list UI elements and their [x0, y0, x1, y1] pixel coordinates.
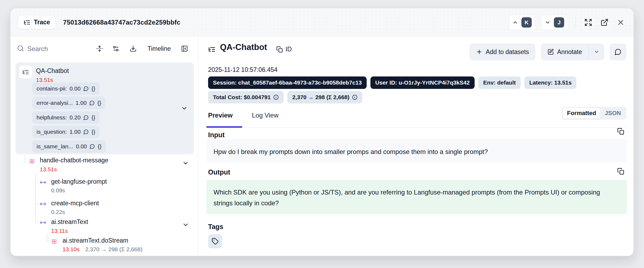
tree-connector: [25, 162, 28, 162]
score-meta: {}: [98, 143, 101, 150]
next-trace-button[interactable]: J: [541, 15, 568, 30]
chevron-down-icon[interactable]: [182, 160, 189, 167]
key-badge-j: J: [554, 17, 564, 28]
search-icon: [17, 45, 24, 52]
view-settings-icon[interactable]: [112, 45, 119, 52]
format-toggle-formatted[interactable]: Formatted: [563, 108, 601, 119]
score-value: 1.00: [70, 129, 81, 135]
trace-tree-icon: [24, 19, 31, 26]
chevron-down-icon: [545, 19, 551, 25]
tree-node-label[interactable]: ai.streamText: [51, 218, 88, 226]
page: Trace 75013d62668a43747ac73cd2e259bbfc K…: [0, 0, 644, 268]
score-badge[interactable]: contains-pii: 0.00 {}: [32, 82, 100, 95]
chevron-down-icon[interactable]: [182, 221, 189, 228]
open-in-new-tab-button[interactable]: [599, 17, 610, 28]
span-icon: [40, 201, 46, 207]
total-cost-badge[interactable]: Total Cost: $0.004791: [208, 91, 284, 103]
token-usage-label: 2,370 → 298 (Σ 2,668): [292, 94, 349, 100]
collapse-panel-icon[interactable]: [181, 45, 188, 52]
user-id-badge[interactable]: User ID: u-O1rJy-YrtNCP4i7q3kS42: [370, 76, 475, 89]
tree-node-label[interactable]: create-mcp-client: [51, 200, 99, 207]
tree-connector: [25, 155, 25, 162]
session-badge[interactable]: Session: chat_60587aef-6baa-4973-a73c-b9…: [208, 76, 367, 89]
tree-node-duration: 13.51s: [40, 166, 57, 173]
trace-chip: Trace: [18, 16, 55, 29]
score-name: is_same_lan...: [37, 143, 73, 150]
chevron-down-icon[interactable]: [181, 105, 188, 112]
score-value: 0.00: [70, 85, 81, 92]
tree-node-label: QA-Chatbot: [36, 67, 69, 75]
annotate-button[interactable]: Annotate: [541, 43, 589, 60]
id-label: ID: [285, 46, 292, 53]
tree-connector: [35, 174, 36, 222]
tree-connector: [35, 204, 39, 205]
badge-row-1: Session: chat_60587aef-6baa-4973-a73c-b9…: [208, 76, 576, 89]
score-name: error-analysi...: [37, 100, 73, 106]
copy-input-icon[interactable]: [617, 128, 624, 135]
annotate-pen-icon: [547, 49, 554, 55]
copy-output-icon[interactable]: [617, 168, 624, 175]
prev-trace-button[interactable]: K: [509, 15, 535, 30]
score-badge[interactable]: error-analysi... 1.00 {}: [32, 97, 106, 109]
chevron-up-icon: [512, 19, 518, 25]
tree-connector: [47, 241, 50, 241]
page-title: QA-Chatbot: [220, 42, 267, 52]
expand-button[interactable]: [583, 17, 593, 28]
copy-icon: [276, 46, 283, 53]
input-section-heading: Input: [208, 131, 225, 139]
tab-preview[interactable]: Preview: [208, 112, 233, 119]
score-value: 1.00: [75, 100, 87, 106]
comment-bubble-icon: [89, 100, 95, 106]
collapse-all-icon[interactable]: [96, 45, 103, 52]
env-badge: Env: default: [478, 76, 521, 89]
span-icon: [40, 179, 46, 186]
add-tag-button[interactable]: [208, 234, 222, 248]
search-input[interactable]: [27, 43, 84, 54]
tree-connector: [47, 233, 47, 241]
sidebar-divider: [198, 36, 198, 256]
tab-log-view[interactable]: Log View: [252, 112, 278, 119]
comments-button[interactable]: [610, 43, 626, 60]
comment-bubble-icon: [90, 144, 95, 149]
tree-node-duration: 0.22s: [51, 209, 65, 215]
action-buttons: Add to datasets Annotate: [469, 43, 626, 60]
score-name: helpfulness:: [37, 114, 67, 121]
add-to-datasets-label: Add to datasets: [486, 48, 529, 56]
annotate-label: Annotate: [557, 48, 582, 56]
latency-badge: Latency: 13.51s: [524, 76, 576, 89]
tree-node-label[interactable]: handle-chatbot-message: [40, 157, 108, 164]
format-toggle-json[interactable]: JSON: [600, 108, 625, 119]
tree-node-root[interactable]: QA-Chatbot 13.51s contains-pii: 0.00 {} …: [15, 62, 194, 154]
download-icon[interactable]: [130, 45, 137, 52]
tree-node-duration: 0.09s: [51, 187, 65, 194]
header-divider: [575, 16, 576, 29]
tree-connector: [35, 182, 39, 183]
tree-node-tokens: 2,370 → 298 (Σ 2,668): [85, 246, 142, 253]
tags-section-heading: Tags: [208, 223, 224, 231]
score-name: contains-pii:: [37, 85, 67, 92]
trace-timestamp: 2025-11-12 10:57:06.454: [208, 66, 278, 73]
header-actions: K J: [509, 15, 626, 30]
add-to-datasets-button[interactable]: Add to datasets: [469, 43, 535, 60]
tree-node-duration: 13.11s: [51, 228, 68, 234]
copy-id-chip[interactable]: ID: [276, 46, 292, 53]
comment-bubble-icon: [83, 129, 89, 135]
tree-node-label[interactable]: ai.streamText.doStream: [63, 237, 128, 244]
score-meta: {}: [91, 114, 95, 121]
active-tab-underline: [206, 126, 242, 128]
annotate-dropdown-button[interactable]: [589, 43, 604, 60]
score-badge[interactable]: is_question: 1.00 {}: [32, 126, 100, 138]
trace-node-icon: [19, 66, 32, 79]
score-meta: {}: [91, 85, 95, 92]
tree-node-label[interactable]: get-langfuse-prompt: [51, 178, 107, 185]
score-badge[interactable]: is_same_lan... 0.00 {}: [32, 140, 106, 153]
key-badge-k: K: [521, 17, 532, 28]
trace-window: Trace 75013d62668a43747ac73cd2e259bbfc K…: [10, 8, 634, 256]
tree-node-duration: 13.10s: [63, 246, 80, 253]
score-badge[interactable]: helpfulness: 0.20 {}: [32, 111, 100, 124]
output-text: Which SDK are you using (Python or JS/TS…: [213, 189, 600, 207]
timeline-toggle[interactable]: Timeline: [147, 45, 171, 52]
generation-icon: [51, 238, 58, 245]
token-usage-badge[interactable]: 2,370 → 298 (Σ 2,668): [287, 91, 362, 103]
close-button[interactable]: [616, 17, 626, 28]
